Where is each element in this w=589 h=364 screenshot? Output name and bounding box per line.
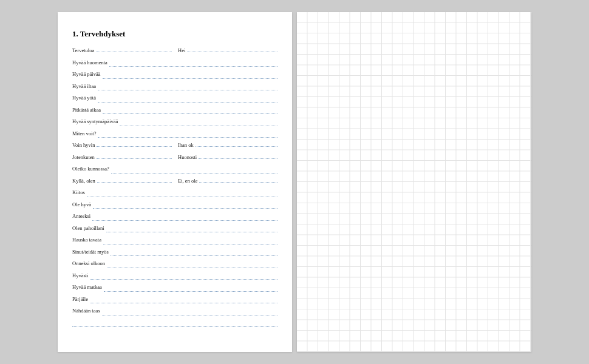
vocab-term: Onneksi olkoon: [72, 260, 107, 266]
vocab-row: Ole hyvä: [72, 201, 277, 214]
vocab-row: Pärjäile: [72, 296, 277, 308]
vocab-row: Oletko kunnossa?: [72, 166, 277, 178]
dotted-line: [106, 232, 277, 232]
dotted-line: [199, 182, 277, 183]
dotted-line: [90, 279, 277, 280]
dotted-line: [96, 52, 172, 52]
vocab-term: Anteeksi: [72, 213, 92, 219]
vocab-row: Hyvää huomenta: [72, 59, 277, 72]
vocab-row: TervetuloaHei: [72, 47, 277, 59]
dotted-line: [107, 268, 277, 268]
vocab-term: Pärjäile: [72, 296, 90, 302]
dotted-line: [199, 158, 277, 159]
vocab-term: Oletko kunnossa?: [72, 166, 111, 172]
vocab-term: Nähdään taas: [72, 308, 102, 314]
dotted-line: [97, 146, 172, 147]
dotted-line: [72, 326, 277, 327]
vocab-term: Hauska tavata: [72, 237, 103, 243]
vocab-term: Hyvää iltaa: [72, 83, 98, 89]
dotted-line: [111, 255, 277, 256]
vocab-term: Olen pahoillani: [72, 225, 106, 231]
vocab-row: Hyvää yötä: [72, 95, 277, 107]
vocab-term: Hyvää päivää: [72, 71, 103, 77]
vocab-term: Hyvää huomenta: [72, 59, 109, 66]
dotted-line: [98, 137, 277, 138]
left-page: 1. Tervehdykset TervetuloaHeiHyvää huome…: [58, 12, 292, 352]
vocab-row: [72, 320, 277, 332]
dotted-line: [90, 303, 277, 303]
vocab-term: Ei, en ole: [178, 178, 199, 184]
vocab-rows: TervetuloaHeiHyvää huomentaHyvää päivääH…: [72, 47, 277, 331]
vocab-row: Hyvää matkaa: [72, 284, 277, 296]
vocab-row: Voin hyvinIhan ok: [72, 142, 277, 154]
vocab-row: JotenkutenHuonosti: [72, 154, 277, 166]
vocab-term: Pitkästä aikaa: [72, 107, 103, 113]
vocab-row: Sinut/teidät myös: [72, 249, 277, 261]
vocab-row: Anteeksi: [72, 213, 277, 225]
vocab-term: Hyvästi: [72, 272, 90, 278]
vocab-term: Hei: [178, 47, 187, 53]
dotted-line: [196, 146, 277, 147]
vocab-term: Huonosti: [178, 154, 199, 160]
vocab-row: Onneksi olkoon: [72, 260, 277, 272]
vocab-term: Hyvää yötä: [72, 95, 98, 101]
section-heading: 1. Tervehdykset: [72, 29, 277, 39]
vocab-term: Kiitos: [72, 189, 87, 195]
dotted-line: [98, 90, 277, 90]
vocab-term: Kyllä, olen: [72, 178, 97, 184]
vocab-row: Hyvästi: [72, 272, 277, 285]
vocab-row: Olen pahoillani: [72, 225, 277, 237]
dotted-line: [92, 220, 277, 221]
vocab-term: Miten voit?: [72, 130, 98, 136]
dotted-line: [87, 197, 277, 197]
vocab-row: Miten voit?: [72, 130, 277, 143]
vocab-row: Kyllä, olenEi, en ole: [72, 178, 277, 190]
right-page-grid: [297, 12, 531, 352]
vocab-row: Hyvää iltaa: [72, 83, 277, 95]
vocab-row: Kiitos: [72, 189, 277, 201]
dotted-line: [104, 291, 277, 292]
vocab-term: Jotenkuten: [72, 154, 97, 160]
dotted-line: [120, 126, 277, 126]
dotted-line: [97, 158, 172, 159]
vocab-term: Hyvää matkaa: [72, 284, 104, 290]
vocab-row: Pitkästä aikaa: [72, 107, 277, 119]
page-spread: 1. Tervehdykset TervetuloaHeiHyvää huome…: [58, 12, 531, 352]
vocab-term: Hyvää syntymäpäivää: [72, 118, 120, 124]
vocab-term: Ole hyvä: [72, 201, 93, 207]
dotted-line: [102, 315, 277, 315]
vocab-term: Sinut/teidät myös: [72, 249, 111, 255]
dotted-line: [103, 78, 278, 79]
vocab-row: Nähdään taas: [72, 308, 277, 320]
dotted-line: [98, 102, 277, 103]
vocab-term: Tervetuloa: [72, 47, 96, 53]
vocab-term: Voin hyvin: [72, 142, 97, 148]
dotted-line: [103, 244, 277, 244]
dotted-line: [111, 173, 277, 174]
dotted-line: [109, 66, 277, 67]
vocab-row: Hauska tavata: [72, 237, 277, 249]
vocab-term: Ihan ok: [178, 142, 196, 148]
vocab-row: Hyvää päivää: [72, 71, 277, 83]
dotted-line: [97, 182, 172, 183]
dotted-line: [103, 113, 277, 114]
dotted-line: [93, 208, 277, 209]
dotted-line: [187, 52, 277, 52]
vocab-row: Hyvää syntymäpäivää: [72, 118, 277, 130]
